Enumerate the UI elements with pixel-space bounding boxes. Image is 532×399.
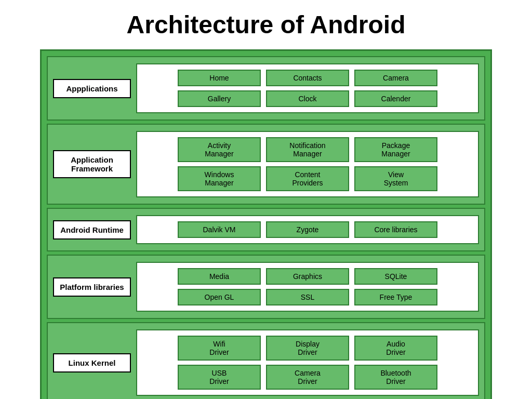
boxes-row: MediaGraphicsSQLite [142,268,473,285]
box-linux-kernel-0-1: Display Driver [266,336,349,361]
layer-label-applications: Appplications [53,79,131,98]
box-linux-kernel-1-1: Camera Driver [266,365,349,390]
box-applications-1-1: Clock [266,90,349,107]
boxes-row: GalleryClockCalender [142,90,473,107]
layer-application-framework: Application FrameworkActivity ManagerNot… [47,124,485,205]
box-application-framework-0-2: Package Manager [354,137,437,162]
box-application-framework-0-0: Activity Manager [178,137,261,162]
architecture-diagram: AppplicationsHomeContactsCameraGalleryCl… [40,49,492,399]
layer-boxes-android-runtime: Dalvik VMZygoteCore libraries [136,215,479,244]
layer-boxes-platform-libraries: MediaGraphicsSQLiteOpen GLSSLFree Type [136,262,479,312]
page-title: Architecture of Android [127,10,406,39]
box-platform-libraries-1-0: Open GL [178,289,261,305]
box-platform-libraries-0-0: Media [178,268,261,285]
layer-linux-kernel: Linux KernelWifi DriverDisplay DriverAud… [47,322,485,399]
boxes-row: HomeContactsCamera [142,70,473,86]
box-application-framework-1-2: View System [354,166,437,191]
layer-label-linux-kernel: Linux Kernel [53,353,131,373]
box-platform-libraries-0-2: SQLite [354,268,437,285]
box-linux-kernel-0-2: Audio Driver [354,336,437,361]
box-applications-1-0: Gallery [178,90,261,107]
box-linux-kernel-1-2: Bluetooth Driver [354,365,437,390]
boxes-row: Dalvik VMZygoteCore libraries [142,221,473,238]
boxes-row: USB DriverCamera DriverBluetooth Driver [142,365,473,390]
box-applications-1-2: Calender [354,90,437,107]
box-platform-libraries-1-2: Free Type [354,289,437,305]
box-applications-0-2: Camera [354,70,437,86]
layer-boxes-linux-kernel: Wifi DriverDisplay DriverAudio DriverUSB… [136,329,479,396]
boxes-row: Windows ManagerContent ProvidersView Sys… [142,166,473,191]
box-linux-kernel-1-0: USB Driver [178,365,261,390]
box-platform-libraries-1-1: SSL [266,289,349,305]
boxes-row: Activity ManagerNotification ManagerPack… [142,137,473,162]
box-application-framework-1-1: Content Providers [266,166,349,191]
box-android-runtime-0-1: Zygote [266,221,349,238]
box-applications-0-1: Contacts [266,70,349,86]
box-platform-libraries-0-1: Graphics [266,268,349,285]
layer-boxes-applications: HomeContactsCameraGalleryClockCalender [136,63,479,113]
layer-label-android-runtime: Android Runtime [53,220,131,240]
box-android-runtime-0-2: Core libraries [354,221,437,238]
layer-android-runtime: Android RuntimeDalvik VMZygoteCore libra… [47,208,485,251]
box-linux-kernel-0-0: Wifi Driver [178,336,261,361]
layer-label-platform-libraries: Platform libraries [53,277,131,297]
box-application-framework-0-1: Notification Manager [266,137,349,162]
boxes-row: Open GLSSLFree Type [142,289,473,305]
layer-boxes-application-framework: Activity ManagerNotification ManagerPack… [136,131,479,197]
layer-applications: AppplicationsHomeContactsCameraGalleryCl… [47,56,485,121]
layer-platform-libraries: Platform librariesMediaGraphicsSQLiteOpe… [47,255,485,319]
box-android-runtime-0-0: Dalvik VM [178,221,261,238]
box-application-framework-1-0: Windows Manager [178,166,261,191]
boxes-row: Wifi DriverDisplay DriverAudio Driver [142,336,473,361]
box-applications-0-0: Home [178,70,261,86]
layer-label-application-framework: Application Framework [53,150,131,178]
